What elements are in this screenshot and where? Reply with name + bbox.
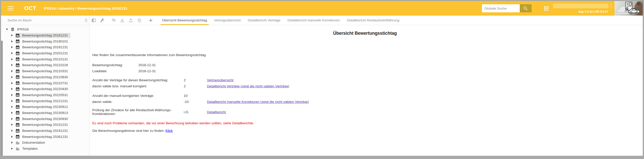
main-column: Übersicht Bewertungsstichtag Vertragsübe… (89, 16, 643, 156)
caret-right-icon[interactable] (11, 130, 13, 132)
contract-summary: Anzahl der Verträge für diesen Bewertung… (92, 77, 638, 116)
caret-right-icon[interactable] (11, 82, 13, 84)
tree-node[interactable]: Bewertungsstichtag 20220531 (1, 92, 89, 98)
intro-text: Hier finden Sie zusammenfassende Informa… (92, 53, 638, 57)
caret-right-icon[interactable] (11, 147, 13, 150)
caret-right-icon[interactable] (11, 118, 13, 120)
collapse-tree-icon[interactable] (109, 16, 118, 25)
summary-value: 2018-12-31 (138, 69, 156, 73)
tree-node[interactable]: Bewertungsstichtag 20230930 (1, 116, 89, 122)
tree-scrollbar[interactable] (1, 41, 3, 156)
summary-row: Loaddate: 2018-12-31 (92, 68, 638, 74)
tree-node[interactable]: Bewertungsstichtag 20231231 (1, 122, 89, 128)
caret-down-icon[interactable] (6, 28, 8, 30)
tree-node[interactable]: Bewertungsstichtag 20210630 (1, 74, 89, 80)
tree-node-label: Bewertungsstichtag 20210131 (22, 57, 68, 61)
tree-node[interactable]: Bewertungsstichtag 20210228 (1, 62, 89, 68)
global-search-input[interactable] (482, 4, 520, 12)
tree-node[interactable]: Bewertungsstichtag 20190101 (1, 38, 89, 44)
tree-node-label: Bewertungsstichtag 20231231 (22, 123, 68, 127)
tree-sidebar: IFRS16 (1, 16, 89, 156)
wrench-icon[interactable] (98, 16, 107, 25)
caret-right-icon[interactable] (11, 141, 13, 144)
caret-right-icon[interactable] (11, 112, 13, 114)
tab[interactable]: Übersicht Bewertungsstichtag (159, 16, 211, 25)
add-tab-icon[interactable] (146, 16, 155, 25)
tree-search-row (1, 16, 89, 25)
caret-right-icon[interactable] (11, 52, 13, 54)
upload-icon[interactable] (127, 16, 135, 25)
tree-node[interactable]: Bewertungsstichtag 20220430 (1, 86, 89, 92)
caret-right-icon[interactable] (11, 76, 13, 78)
calendar-icon (16, 51, 20, 55)
results-line: Die Berechnungsergebnisse sind hier zu f… (92, 129, 638, 133)
results-link[interactable]: Klick (165, 129, 173, 133)
caret-right-icon[interactable] (11, 58, 13, 60)
kebab-menu-icon[interactable] (611, 4, 611, 8)
svg-text:$: $ (627, 8, 628, 10)
caret-right-icon[interactable] (11, 40, 13, 43)
summary-label: Anzahl der manuell korrigierten Verträge… (92, 94, 184, 98)
tree-node[interactable]: Bewertungsstichtag 20210131 (1, 56, 89, 62)
results-text: Die Berechnungsergebnisse sind hier zu f… (92, 129, 165, 133)
report-link[interactable]: Detailbericht (207, 110, 226, 114)
summary-value: 2018-12-31 (138, 63, 156, 67)
report-link[interactable]: Detailbericht manuelle Korrekturen (zeig… (207, 100, 309, 104)
caret-right-icon[interactable] (11, 106, 13, 108)
splitter-handle-icon[interactable] (83, 19, 89, 22)
summary-row: Prüfung der Zinsätze für alle Restlaufze… (92, 108, 638, 116)
tree-search-input[interactable] (1, 18, 83, 22)
calendar-icon (16, 111, 20, 115)
apps-grid-icon[interactable] (544, 6, 548, 11)
history-icon[interactable] (135, 16, 144, 25)
global-search-button[interactable] (520, 4, 532, 12)
calendar-icon (16, 105, 20, 109)
download-icon[interactable] (118, 16, 127, 25)
caret-right-icon[interactable] (11, 64, 13, 66)
tab[interactable]: Detailbericht Restlaufzeit/Währung (343, 16, 403, 25)
tab[interactable]: Detailbericht Verträge (244, 16, 284, 25)
calendar-icon (16, 57, 20, 61)
summary-row: Anzahl der Verträge für diesen Bewertung… (92, 77, 638, 83)
tree-node[interactable]: Bewertungsstichtag 20230913 (1, 110, 89, 116)
tree-node-root[interactable]: IFRS16 (1, 26, 89, 32)
tree-node[interactable]: Bewertungsstichtag 20210331 (1, 68, 89, 74)
report-link[interactable]: Vertragsübersicht (207, 78, 233, 82)
hamburger-menu-icon[interactable] (8, 5, 14, 12)
caret-right-icon[interactable] (11, 88, 13, 90)
tree-node[interactable]: Bewertungsstichtag 20201231 (1, 50, 89, 56)
summary-value: 10 (184, 94, 207, 98)
tree-node[interactable]: Bewertungsstichtag 20230912 (1, 104, 89, 110)
tab[interactable]: Detailbericht manuelle Korrekturen (284, 16, 343, 25)
tree-node[interactable]: Templates (1, 146, 89, 152)
caret-right-icon[interactable] (11, 94, 13, 96)
top-header: OCT IFRS16 / dataentry / Bewertungsstich… (1, 1, 643, 16)
breadcrumb: IFRS16 / dataentry / Bewertungsstichtag … (44, 7, 127, 10)
tree-node[interactable]: Bewertungsstichtag 20210731 (1, 80, 89, 86)
tree-node[interactable]: Bewertungsstichtag 20181231 (1, 32, 89, 38)
tree-node[interactable]: Bewertungsstichtag 20241231 (1, 128, 89, 134)
search-icon (523, 6, 528, 11)
application-window: OCT IFRS16 / dataentry / Bewertungsstich… (0, 0, 644, 159)
caret-right-icon[interactable] (11, 46, 13, 48)
tree-node-label: Bewertungsstichtag 20230930 (22, 117, 68, 121)
report-link[interactable]: Detailbericht Verträge (zeigt die nicht … (207, 84, 289, 88)
tree-node[interactable]: Bewertungsstichtag 20261231 (1, 134, 89, 140)
tree-node[interactable]: Bewertungsstichtag 20221231 (1, 98, 89, 104)
summary-label: Anzahl der Verträge für diesen Bewertung… (92, 78, 184, 82)
caret-right-icon[interactable] (11, 34, 13, 36)
caret-right-icon[interactable] (11, 100, 13, 102)
caret-right-icon[interactable] (11, 70, 13, 72)
app-logo: OCT (24, 5, 36, 12)
tree-node[interactable]: Bewertungsstichtag 20191231 (1, 44, 89, 50)
summary-value: 2 (184, 84, 207, 88)
tab-bar: Übersicht Bewertungsstichtag Vertragsübe… (159, 16, 403, 25)
tab[interactable]: Vertragsübersicht (211, 16, 244, 25)
tree-node-label: Bewertungsstichtag 20210228 (22, 63, 68, 67)
caret-right-icon[interactable] (11, 136, 13, 138)
tree-node[interactable]: Dokumentation (1, 140, 89, 146)
caret-right-icon[interactable] (11, 124, 13, 126)
summary-label: davon valide: (92, 100, 184, 104)
summary-label: Prüfung der Zinsätze für alle Restlaufze… (92, 108, 184, 116)
detail-view-icon[interactable] (89, 16, 98, 25)
